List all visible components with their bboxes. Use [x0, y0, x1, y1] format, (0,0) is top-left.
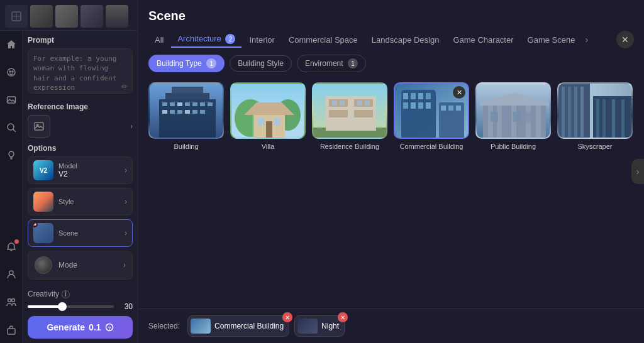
image-card-public[interactable]: Public Building	[475, 82, 551, 302]
creativity-slider-thumb[interactable]	[58, 302, 67, 311]
main-panel: Scene All Architecture 2 Interior Commer…	[138, 0, 644, 343]
prompt-section: Prompt ✏	[28, 36, 133, 96]
thumb-4[interactable]	[80, 5, 103, 28]
tabs-more-icon[interactable]: ›	[582, 35, 591, 45]
tab-commercial[interactable]: Commercial Space	[282, 33, 364, 47]
selected-chip-thumb-commercial	[191, 318, 211, 334]
image-card-building[interactable]: Building	[148, 82, 224, 302]
top-thumbnails	[0, 0, 138, 31]
tab-gamescene[interactable]: Game Scene	[521, 33, 582, 47]
svg-rect-42	[274, 118, 280, 126]
model-value: V2	[58, 170, 125, 178]
thumb-2[interactable]	[30, 5, 53, 28]
scene-option[interactable]: ✕ Scene ›	[28, 219, 133, 247]
selected-chip-remove-night[interactable]: ✕	[338, 312, 348, 322]
tab-architecture[interactable]: Architecture 2	[171, 31, 242, 48]
close-button[interactable]: ✕	[616, 31, 634, 48]
svg-rect-30	[162, 110, 167, 114]
public-svg	[477, 84, 551, 139]
image-card-residence[interactable]: Residence Building	[312, 82, 387, 302]
tab-all[interactable]: All	[148, 33, 170, 47]
image-card-skyscraper[interactable]: Skyscraper	[557, 82, 633, 302]
image-thumb-public	[475, 82, 551, 139]
prompt-edit-icon[interactable]: ✏	[121, 82, 128, 91]
mode-option[interactable]: Mode ›	[28, 251, 133, 280]
svg-rect-92	[590, 84, 593, 139]
ref-image-button[interactable]	[28, 115, 50, 138]
svg-rect-25	[177, 102, 182, 106]
image-label-villa: Villa	[262, 143, 275, 150]
svg-rect-43	[266, 121, 272, 139]
style-option[interactable]: Style ›	[28, 188, 133, 215]
scene-title: Scene	[148, 9, 186, 23]
sidebar-body: Prompt ✏ Reference Image › Options	[0, 31, 138, 343]
tab-interior[interactable]: Interior	[243, 33, 280, 47]
svg-point-12	[8, 299, 11, 302]
svg-rect-90	[612, 99, 615, 139]
nav-image-icon[interactable]	[3, 91, 20, 109]
svg-line-8	[13, 129, 16, 132]
commercial-deselect-icon[interactable]: ✕	[453, 86, 465, 99]
filter-building-style[interactable]: Building Style	[230, 55, 292, 72]
image-card-villa[interactable]: Villa	[230, 82, 306, 302]
filter-bar: Building Type 1 Building Style Enviromen…	[138, 48, 644, 76]
filter-building-type[interactable]: Building Type 1	[148, 55, 225, 72]
generate-button[interactable]: Generate 0.1 ?	[28, 316, 133, 339]
nav-face-icon[interactable]	[3, 63, 20, 81]
selected-chip-night[interactable]: Night ✕	[294, 315, 345, 337]
svg-rect-64	[418, 102, 423, 109]
svg-rect-91	[621, 99, 625, 139]
ref-expand-icon[interactable]: ›	[130, 122, 133, 131]
model-label: Model	[58, 162, 125, 170]
sidebar: Prompt ✏ Reference Image › Options	[0, 0, 138, 343]
svg-rect-61	[426, 93, 431, 99]
thumb-1[interactable]	[5, 5, 28, 28]
tab-landscape[interactable]: Landscape Design	[365, 33, 446, 47]
svg-point-13	[11, 299, 14, 302]
sidebar-form: Prompt ✏ Reference Image › Options	[23, 31, 138, 343]
creativity-info-icon[interactable]: i	[62, 290, 70, 298]
svg-rect-48	[354, 99, 373, 107]
svg-point-5	[12, 71, 13, 72]
svg-rect-60	[418, 93, 423, 99]
tab-gamechar[interactable]: Game Character	[447, 33, 519, 47]
icon-navigation	[0, 31, 23, 343]
nav-home-icon[interactable]	[3, 36, 20, 53]
svg-rect-85	[568, 87, 571, 137]
svg-rect-34	[192, 110, 197, 114]
svg-rect-58	[403, 93, 408, 99]
svg-rect-50	[354, 110, 373, 117]
creativity-section: Creativity i 30	[28, 290, 133, 311]
svg-rect-89	[602, 99, 606, 139]
image-card-commercial[interactable]: ✕ Commercial Building	[394, 82, 469, 302]
svg-rect-35	[200, 110, 205, 114]
svg-rect-33	[185, 110, 190, 114]
nav-bag-icon[interactable]	[3, 321, 20, 339]
selected-chip-commercial[interactable]: Commercial Building ✕	[187, 315, 289, 337]
nav-group-icon[interactable]	[3, 293, 20, 311]
model-option[interactable]: V2 Model V2 ›	[28, 156, 133, 184]
nav-bell-icon[interactable]	[3, 238, 20, 256]
svg-rect-86	[574, 87, 577, 137]
svg-rect-79	[513, 112, 521, 122]
ref-image-label: Reference Image	[28, 102, 133, 111]
nav-user-icon[interactable]	[3, 266, 20, 283]
svg-rect-68	[456, 106, 461, 111]
nav-bulb-icon[interactable]	[3, 146, 20, 164]
svg-rect-32	[177, 110, 182, 114]
filter-environment[interactable]: Enviroment 1	[297, 55, 366, 72]
nav-search-icon[interactable]	[3, 119, 20, 136]
svg-rect-88	[596, 99, 599, 139]
svg-rect-22	[172, 87, 203, 94]
image-thumb-commercial: ✕	[394, 82, 469, 139]
prompt-textarea[interactable]	[28, 48, 133, 94]
bell-badge	[14, 239, 19, 244]
thumb-5[interactable]	[106, 5, 128, 28]
selected-chip-remove-commercial[interactable]: ✕	[282, 312, 292, 322]
creativity-slider-track[interactable]	[28, 305, 114, 308]
villa-svg	[231, 84, 306, 139]
svg-rect-28	[200, 102, 205, 106]
mode-icon	[35, 256, 52, 274]
thumb-3[interactable]	[55, 5, 78, 28]
scroll-indicator[interactable]: ›	[631, 159, 644, 184]
